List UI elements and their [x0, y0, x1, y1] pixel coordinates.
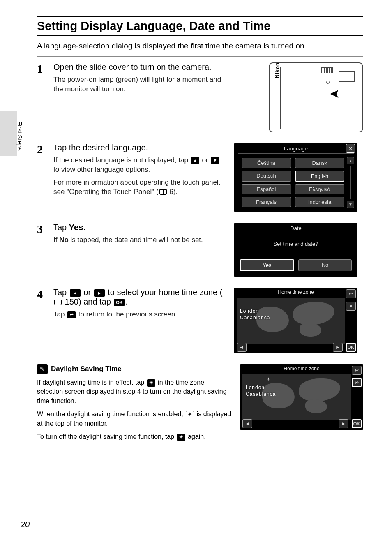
- tz-dst-button[interactable]: ☀: [346, 302, 356, 311]
- up-arrow-icon: ▲: [191, 157, 199, 164]
- step-number: 2: [37, 143, 48, 212]
- tz-dst-button-active[interactable]: ☀: [352, 378, 362, 387]
- dst-icon: ☀: [147, 379, 155, 387]
- step-4-heading: Tap ◄ or ► to select your home time zone…: [53, 288, 226, 307]
- tz-back-button[interactable]: ↩: [352, 366, 362, 375]
- lang-option[interactable]: Čeština: [242, 158, 291, 168]
- book-ref-icon: [159, 189, 167, 195]
- tz-back-button[interactable]: ↩: [346, 289, 356, 298]
- left-arrow-icon: ◄: [70, 289, 81, 297]
- timezone-city: LondonCasablanca: [246, 385, 276, 397]
- manual-page: First Steps Setting Display Language, Da…: [0, 0, 392, 540]
- lang-option[interactable]: Deutsch: [242, 171, 291, 182]
- section-label: First Steps: [16, 121, 23, 151]
- step-1-detail: The power-on lamp (green) will light for…: [53, 75, 226, 94]
- intro-text: A language-selection dialog is displayed…: [37, 42, 363, 51]
- tz-left-button[interactable]: ◄: [242, 419, 252, 428]
- page-title: Setting Display Language, Date and Time: [37, 19, 363, 33]
- date-question: Set time and date?: [234, 233, 357, 259]
- dst-indicator-icon: ☀: [186, 411, 194, 418]
- step-2-heading: Tap the desired language.: [53, 143, 226, 152]
- back-icon: ↩: [67, 311, 76, 318]
- lang-option[interactable]: Español: [242, 184, 291, 194]
- step-1: 1 Open the slide cover to turn on the ca…: [37, 62, 363, 132]
- step-2: 2 Tap the desired language. If the desir…: [37, 143, 363, 212]
- dst-note-row: ✎ Daylight Saving Time If daylight savin…: [37, 364, 363, 445]
- lang-option[interactable]: Ελληνικά: [295, 184, 344, 194]
- language-screen-title: Language X: [238, 143, 354, 154]
- intro-rule: [37, 56, 363, 57]
- timezone-title: Home time zone: [240, 364, 363, 373]
- step-3-heading: Tap Yes.: [53, 223, 226, 232]
- step-2-detail-1: If the desired language is not displayed…: [53, 156, 226, 175]
- close-button[interactable]: X: [346, 144, 355, 153]
- tz-ok-button[interactable]: OK: [352, 419, 362, 428]
- step-3-detail: If No is tapped, the date and time will …: [53, 235, 226, 245]
- side-tab: [0, 111, 17, 156]
- date-screen: Date Set time and date? Yes No: [234, 223, 357, 277]
- timezone-city: LondonCasablanca: [240, 308, 270, 321]
- tz-right-button[interactable]: ►: [333, 343, 343, 352]
- scroll-up-button[interactable]: ▲: [347, 157, 354, 164]
- tz-left-button[interactable]: ◄: [237, 343, 247, 352]
- scrollbar[interactable]: [350, 166, 351, 199]
- ok-icon: OK: [114, 299, 125, 306]
- step-1-heading: Open the slide cover to turn on the came…: [53, 62, 226, 72]
- dst-top-indicator-icon: ☀: [265, 376, 272, 382]
- dst-icon: ☀: [177, 434, 185, 441]
- scroll-down-button[interactable]: ▼: [347, 201, 354, 208]
- step-2-detail-2: For more information about operating the…: [53, 178, 226, 197]
- yes-button[interactable]: Yes: [240, 259, 294, 271]
- down-arrow-icon: ▼: [211, 157, 219, 164]
- step-number: 3: [37, 223, 48, 277]
- step-4-detail: Tap ↩ to return to the previous screen.: [53, 310, 226, 319]
- no-button[interactable]: No: [298, 259, 352, 271]
- step-number: 1: [37, 62, 48, 132]
- step-4: 4 Tap ◄ or ► to select your home time zo…: [37, 288, 363, 353]
- language-screen: Language X Čeština Dansk Deutsch English…: [234, 143, 357, 212]
- page-number: 20: [21, 520, 30, 529]
- step-number: 4: [37, 288, 48, 353]
- step-3: 3 Tap Yes. If No is tapped, the date and…: [37, 223, 363, 277]
- camera-brand: Nikon: [274, 62, 280, 78]
- note-body: If daylight saving time is in effect, ta…: [37, 378, 232, 441]
- top-rule: [37, 16, 363, 17]
- note-title: Daylight Saving Time: [51, 365, 122, 373]
- note-icon: ✎: [37, 364, 48, 374]
- timezone-title: Home time zone: [234, 288, 357, 297]
- tz-right-button[interactable]: ►: [339, 419, 348, 428]
- language-grid: Čeština Dansk Deutsch English Español Ελ…: [234, 154, 357, 212]
- camera-illustration: Nikon ➤: [269, 62, 363, 132]
- lang-option-selected[interactable]: English: [295, 171, 344, 182]
- timezone-screen-dst: Home time zone ☀ LondonCasablanca ↩ ☀ ◄ …: [240, 364, 363, 430]
- lang-option[interactable]: Dansk: [295, 158, 344, 168]
- lang-option[interactable]: Français: [242, 197, 291, 207]
- slide-arrow-icon: ➤: [330, 86, 340, 101]
- timezone-screen: Home time zone LondonCasablanca ↩ ☀ ◄ ► …: [234, 288, 357, 353]
- lang-option[interactable]: Indonesia: [295, 197, 344, 207]
- date-screen-title: Date: [238, 223, 354, 233]
- title-underline: [37, 35, 363, 36]
- right-arrow-icon: ►: [94, 289, 105, 297]
- book-ref-icon: [54, 300, 62, 305]
- note-header: ✎ Daylight Saving Time: [37, 364, 232, 374]
- tz-ok-button[interactable]: OK: [346, 343, 356, 352]
